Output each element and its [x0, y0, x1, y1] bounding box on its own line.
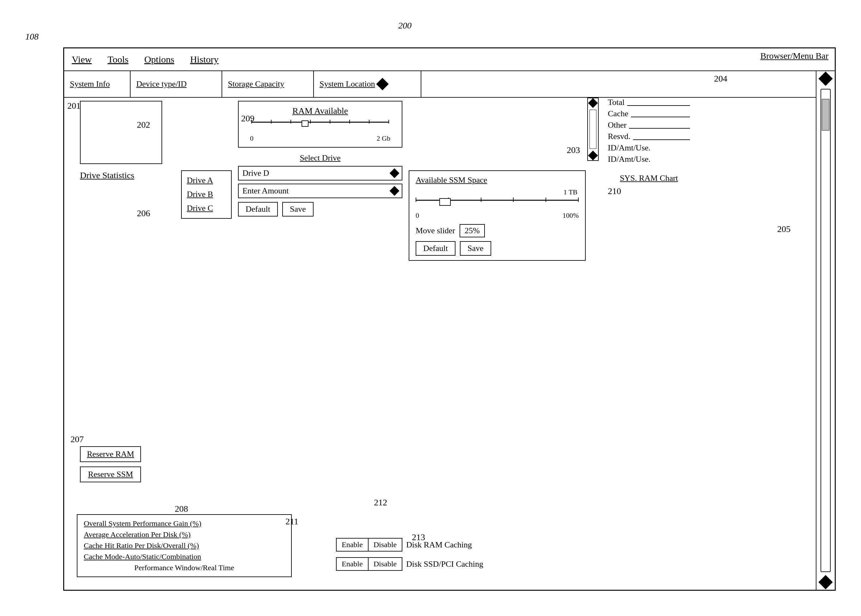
ssm-percentage-box: 25%	[460, 224, 485, 237]
save-button[interactable]: Save	[282, 202, 314, 217]
menu-history[interactable]: History	[190, 54, 218, 65]
stat-item-3: Cache Hit Ratio Per Disk/Overall (%)	[84, 541, 285, 550]
ram-available-box: RAM Available	[238, 101, 402, 148]
ssd-enable-button[interactable]: Enable	[336, 557, 368, 571]
move-slider-label: Move slider	[416, 226, 455, 236]
ram-enable-button[interactable]: Enable	[336, 538, 368, 552]
browser-window: View Tools Options History Browser/Menu …	[63, 47, 836, 591]
browser-menu-bar-label: Browser/Menu Bar	[760, 51, 828, 61]
annotation-212: 212	[374, 498, 387, 508]
ssm-scale-top: 1 TB	[416, 188, 579, 196]
menu-options[interactable]: Options	[144, 54, 174, 65]
ssd-caching-row: Enable Disable Disk SSD/PCI Caching	[336, 557, 576, 571]
annotation-211: 211	[285, 517, 299, 526]
system-info-box	[80, 101, 162, 164]
bottom-stats-box: Overall System Performance Gain (%) Aver…	[77, 514, 292, 577]
ssm-title: Available SSM Space	[416, 175, 579, 185]
cache-item: Cache	[608, 109, 690, 118]
scrollbar-track[interactable]	[820, 89, 831, 572]
reserve-ram-button[interactable]: Reserve RAM	[80, 446, 141, 462]
select-drive-buttons: Default Save	[238, 202, 402, 217]
annotation-206: 206	[137, 208, 150, 218]
scroll-up-icon[interactable]	[819, 71, 833, 86]
browser-menubar: View Tools Options History Browser/Menu …	[64, 48, 835, 71]
menu-tools[interactable]: Tools	[107, 54, 128, 65]
drive-d-dropdown-icon	[390, 168, 399, 178]
main-content-area: 201 202 Drive Statistics 206 Drive A Dri…	[64, 97, 816, 590]
ssm-slider-container	[416, 198, 579, 210]
enter-amount-dropdown-icon	[390, 186, 399, 196]
drive-a-item[interactable]: Drive A	[187, 173, 226, 187]
menu-view[interactable]: View	[72, 54, 92, 65]
ssm-scale-labels: 0 100%	[416, 211, 579, 220]
drive-b-item[interactable]: Drive B	[187, 187, 226, 201]
id-amt-use2-item: ID/Amt/Use.	[608, 154, 690, 164]
stat-item-2: Average Acceleration Per Disk (%)	[84, 530, 285, 539]
total-item: Total	[608, 97, 690, 107]
stat-item-1: Overall System Performance Gain (%)	[84, 519, 285, 528]
drive-statistics-label: Drive Statistics	[80, 170, 181, 181]
ram-slider-thumb[interactable]	[302, 120, 308, 127]
sys-ram-chart-label: SYS. RAM Chart	[608, 173, 690, 183]
tabs-row: System Info Device type/ID Storage Capac…	[64, 71, 816, 97]
tab-system-location[interactable]: System Location	[314, 71, 421, 97]
scrollbar-thumb	[822, 99, 830, 130]
ssm-slider-thumb[interactable]	[439, 198, 451, 206]
ssm-buttons: Default Save	[416, 241, 579, 256]
default-button[interactable]: Default	[238, 202, 278, 217]
ram-slider-track	[251, 122, 389, 123]
annotation-208: 208	[175, 504, 188, 514]
ssd-caching-label: Disk SSD/PCI Caching	[406, 559, 483, 569]
tab-device-type[interactable]: Device type/ID	[130, 71, 222, 97]
system-location-diamond-icon	[376, 78, 389, 90]
select-drive-section: Select Drive Drive D Enter Amount Defaul…	[238, 153, 402, 217]
scrollbar-right[interactable]	[816, 71, 835, 590]
scroll-down-icon[interactable]	[819, 575, 833, 589]
ram-disable-button[interactable]: Disable	[368, 538, 402, 552]
other-item: Other	[608, 120, 690, 130]
annotation-205: 205	[777, 224, 790, 234]
drive-d-dropdown[interactable]: Drive D	[238, 166, 402, 181]
annotation-108: 108	[25, 31, 39, 42]
center-panel: RAM Available	[238, 101, 402, 217]
annotation-207: 207	[71, 434, 84, 445]
enter-amount-dropdown[interactable]: Enter Amount	[238, 184, 402, 198]
left-column: 202 Drive Statistics 206	[80, 101, 181, 184]
annotation-203: 203	[567, 145, 580, 155]
system-location-scrollbar[interactable]	[587, 97, 599, 161]
total-panel: Total Cache Other Resvd. ID/Amt/Use. ID/…	[608, 97, 690, 196]
ssd-disable-button[interactable]: Disable	[368, 557, 402, 571]
tab-storage-capacity[interactable]: Storage Capacity	[222, 71, 314, 97]
sysloc-scroll-down-icon[interactable]	[588, 151, 598, 160]
select-drive-label: Select Drive	[238, 153, 402, 163]
reserve-buttons: Reserve RAM Reserve SSM	[80, 446, 141, 482]
tab-system-info[interactable]: System Info	[64, 71, 130, 97]
stat-item-4: Cache Mode-Auto/Static/Combination	[84, 553, 285, 561]
id-amt-use1-item: ID/Amt/Use.	[608, 143, 690, 152]
resvd-item: Resvd.	[608, 132, 690, 141]
annotation-210: 210	[608, 186, 690, 196]
caching-panel: Enable Disable Disk RAM Caching Enable D…	[336, 538, 576, 571]
drive-c-item[interactable]: Drive C	[187, 201, 226, 215]
sysloc-scroll-thumb	[589, 110, 596, 149]
ram-caching-row: Enable Disable Disk RAM Caching	[336, 538, 576, 552]
stat-item-5: Performance Window/Real Time	[84, 564, 285, 572]
ssm-panel: Available SSM Space 1 TB 0	[409, 170, 586, 261]
ssm-default-button[interactable]: Default	[416, 241, 456, 256]
drive-list-panel: Drive A Drive B Drive C	[181, 170, 232, 219]
sysloc-scroll-up-icon[interactable]	[588, 98, 598, 108]
ram-slider-container	[245, 120, 395, 131]
tab-total-panel	[421, 71, 816, 97]
ssm-save-button[interactable]: Save	[460, 241, 491, 256]
reserve-ssm-button[interactable]: Reserve SSM	[80, 467, 141, 482]
annotation-201: 201	[68, 101, 80, 111]
ram-available-title: RAM Available	[245, 106, 395, 116]
annotation-200: 200	[398, 20, 412, 31]
annotation-202: 202	[137, 120, 150, 130]
move-slider-row: Move slider 25%	[416, 224, 579, 237]
annotation-213: 213	[412, 532, 425, 542]
ram-scale-labels: 0 2 Gb	[245, 134, 395, 143]
